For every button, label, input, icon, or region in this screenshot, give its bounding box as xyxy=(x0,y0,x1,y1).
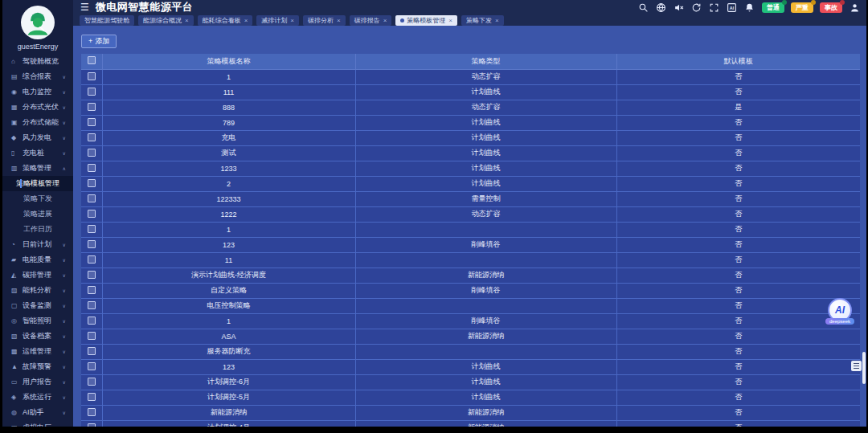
tab-close-icon[interactable]: × xyxy=(337,17,341,24)
tab-策略下发[interactable]: 策略下发× xyxy=(461,15,504,26)
tab-close-icon[interactable]: × xyxy=(495,17,499,24)
sidebar-item-能耗分析[interactable]: ▨能耗分析∨ xyxy=(2,283,73,298)
side-panel-handle[interactable] xyxy=(851,361,862,371)
vertical-scrollbar-thumb[interactable] xyxy=(862,352,866,384)
sidebar-item-充电桩[interactable]: ▯充电桩∨ xyxy=(2,145,73,161)
sidebar-item-日前计划[interactable]: ◔日前计划∨ xyxy=(2,237,73,252)
row-checkbox[interactable] xyxy=(88,362,96,370)
add-button[interactable]: + 添加 xyxy=(81,35,117,48)
select-all-checkbox[interactable] xyxy=(88,56,96,64)
sidebar-item-AI助手[interactable]: ◍AI助手∨ xyxy=(2,405,73,420)
tab-close-icon[interactable]: × xyxy=(290,17,294,24)
alarm-badge-事故[interactable]: 事故 xyxy=(820,2,842,13)
tab-能耗综合看板[interactable]: 能耗综合看板× xyxy=(198,15,253,26)
row-checkbox[interactable] xyxy=(88,118,96,126)
row-checkbox[interactable] xyxy=(88,179,96,187)
alarm-badge-普通[interactable]: 普通 xyxy=(762,2,784,13)
row-checkbox[interactable] xyxy=(88,255,96,263)
cell-template-name: 1 xyxy=(102,69,355,84)
cell-strategy-type: 新能源消纳 xyxy=(355,405,616,420)
row-checkbox[interactable] xyxy=(88,194,96,202)
cell-template-name: 122333 xyxy=(102,191,355,206)
sidebar-subitem-工作日历[interactable]: 工作日历 xyxy=(2,222,73,237)
search-icon[interactable] xyxy=(638,2,649,13)
row-checkbox[interactable] xyxy=(88,271,96,279)
add-button-label: 添加 xyxy=(95,36,109,47)
ai-box-icon[interactable]: AI xyxy=(727,2,737,13)
chevron-down-icon: ∨ xyxy=(63,135,73,141)
sidebar-subitem-策略进展[interactable]: 策略进展 xyxy=(2,206,73,222)
sidebar-item-故障预警[interactable]: ▲故障预警∨ xyxy=(2,359,73,374)
sidebar-item-label: 故障预警 xyxy=(23,362,63,372)
tab-label: 智慧能源驾驶舱 xyxy=(84,16,129,25)
globe-icon[interactable] xyxy=(656,2,666,13)
sidebar-item-运维管理[interactable]: ▩运维管理∨ xyxy=(2,344,73,359)
bell-icon[interactable] xyxy=(744,2,755,13)
row-checkbox[interactable] xyxy=(88,103,96,111)
row-checkbox[interactable] xyxy=(88,423,96,427)
chevron-down-icon: ∨ xyxy=(63,410,73,415)
column-header-default: 默认模板 xyxy=(616,54,860,70)
sidebar-item-碳排管理[interactable]: ◭碳排管理∨ xyxy=(2,268,73,283)
cell-template-name: 测试 xyxy=(102,145,355,161)
sidebar-item-策略管理[interactable]: ▥策略管理∧ xyxy=(2,161,73,176)
cell-default-template: 否 xyxy=(616,405,860,420)
tab-close-icon[interactable]: × xyxy=(185,17,189,24)
sidebar-item-虚拟电厂[interactable]: ◫虚拟电厂∨ xyxy=(2,420,73,427)
sidebar-item-风力发电[interactable]: ◆风力发电∨ xyxy=(2,130,73,145)
row-checkbox[interactable] xyxy=(88,286,96,294)
sidebar-subitem-策略模板管理[interactable]: 策略模板管理 xyxy=(2,176,73,191)
row-checkbox[interactable] xyxy=(88,225,96,233)
cell-template-name: 888 xyxy=(102,100,355,115)
tab-close-icon[interactable]: × xyxy=(383,17,387,24)
sidebar-item-label: 日前计划 xyxy=(23,239,63,250)
row-checkbox[interactable] xyxy=(88,149,96,157)
sidebar-item-设备监测[interactable]: ▢设备监测∨ xyxy=(2,298,73,313)
row-checkbox[interactable] xyxy=(88,347,96,355)
tab-碳排报告[interactable]: 碳排报告× xyxy=(350,15,392,26)
hamburger-menu-icon[interactable]: ☰ xyxy=(80,2,89,13)
refresh-icon[interactable] xyxy=(691,2,702,13)
row-checkbox[interactable] xyxy=(88,301,96,309)
row-checkbox[interactable] xyxy=(88,378,96,386)
row-checkbox-cell xyxy=(81,161,102,176)
row-checkbox[interactable] xyxy=(88,317,96,325)
row-checkbox[interactable] xyxy=(88,88,96,96)
sidebar-item-设备档案[interactable]: ▧设备档案∨ xyxy=(2,329,73,344)
sidebar-item-系统运行[interactable]: ◈系统运行∨ xyxy=(2,390,73,405)
sidebar-item-智能照明[interactable]: ◎智能照明∨ xyxy=(2,313,73,329)
sidebar-item-综合报表[interactable]: ▤综合报表∨ xyxy=(2,69,73,84)
row-checkbox[interactable] xyxy=(88,408,96,416)
mute-icon[interactable] xyxy=(674,2,684,13)
sidebar-item-用户报告[interactable]: ▭用户报告∨ xyxy=(2,374,73,390)
tab-能源综合概况[interactable]: 能源综合概况× xyxy=(138,15,194,26)
sidebar-item-label: 充电桩 xyxy=(23,148,63,158)
sidebar-item-分布式储能[interactable]: ▣分布式储能∨ xyxy=(2,115,73,130)
sidebar-item-驾驶舱概览[interactable]: ⌂驾驶舱概览 xyxy=(2,54,73,69)
tab-减排计划[interactable]: 减排计划× xyxy=(256,15,299,26)
avatar[interactable] xyxy=(21,6,55,39)
tab-智慧能源驾驶舱[interactable]: 智慧能源驾驶舱 xyxy=(80,15,134,26)
fullscreen-icon[interactable] xyxy=(709,2,719,13)
ai-assistant-float-button[interactable]: AI deepseek xyxy=(825,298,854,325)
user-icon[interactable] xyxy=(850,2,860,13)
row-checkbox-cell xyxy=(81,390,102,405)
tab-策略模板管理[interactable]: 策略模板管理× xyxy=(395,15,457,26)
row-checkbox[interactable] xyxy=(88,393,96,401)
tab-碳排分析[interactable]: 碳排分析× xyxy=(303,15,346,26)
row-checkbox-cell xyxy=(81,283,102,298)
row-checkbox[interactable] xyxy=(88,210,96,218)
sidebar-item-电力监控[interactable]: ◉电力监控∨ xyxy=(2,84,73,100)
sidebar-item-分布式光伏[interactable]: ▦分布式光伏∨ xyxy=(2,100,73,115)
sidebar-subitem-策略下发[interactable]: 策略下发 xyxy=(2,191,73,206)
row-checkbox[interactable] xyxy=(88,164,96,172)
row-checkbox[interactable] xyxy=(88,133,96,141)
analysis-icon: ▨ xyxy=(11,287,23,294)
sidebar-item-电能质量[interactable]: ▰电能质量∨ xyxy=(2,252,73,268)
row-checkbox[interactable] xyxy=(88,240,96,248)
row-checkbox[interactable] xyxy=(88,332,96,340)
tab-close-icon[interactable]: × xyxy=(244,17,248,24)
alarm-badge-严重[interactable]: 严重 xyxy=(791,2,813,13)
row-checkbox[interactable] xyxy=(88,72,96,80)
tab-close-icon[interactable]: × xyxy=(448,17,452,24)
